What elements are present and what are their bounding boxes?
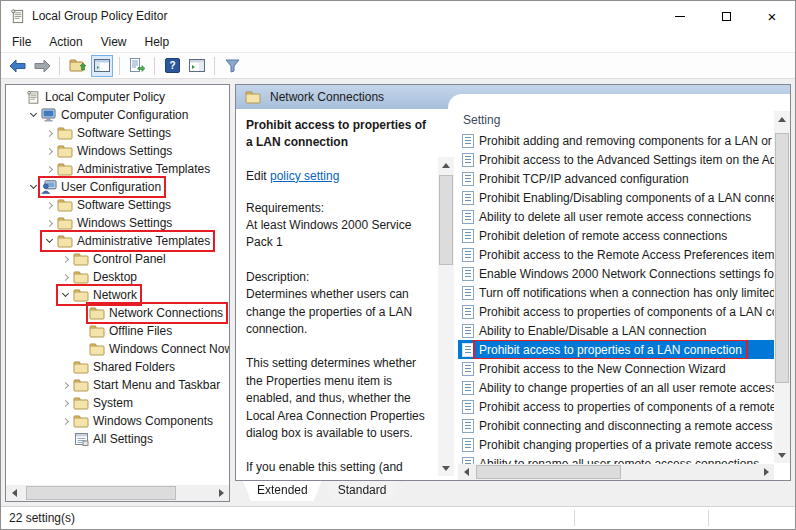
- scroll-down-button[interactable]: [774, 447, 790, 463]
- tree-item-administrative-templates[interactable]: Administrative Templates: [6, 232, 229, 250]
- tree-item-windows-settings[interactable]: Windows Settings: [6, 214, 229, 232]
- tab-extended[interactable]: Extended: [243, 481, 322, 501]
- export-list-button[interactable]: [126, 55, 148, 77]
- tree-item-windows-components[interactable]: Windows Components: [6, 412, 229, 430]
- show-console-tree-button[interactable]: [91, 55, 113, 77]
- tree-item-network[interactable]: Network: [6, 286, 229, 304]
- policy-document-icon: [462, 438, 474, 452]
- description-vertical-scrollbar[interactable]: [438, 157, 454, 476]
- scrollbar-thumb[interactable]: [775, 133, 789, 383]
- tree-item-software-settings[interactable]: Software Settings: [6, 124, 229, 142]
- scroll-up-icon: [442, 163, 450, 168]
- chevron-expanded-icon[interactable]: [26, 114, 40, 116]
- tree-item-start-menu-and-taskbar[interactable]: Start Menu and Taskbar: [6, 376, 229, 394]
- setting-item[interactable]: Ability to rename all user remote access…: [458, 454, 774, 464]
- chevron-expanded-icon[interactable]: [42, 240, 56, 242]
- setting-column-header[interactable]: Setting: [458, 109, 790, 131]
- scrollbar-thumb[interactable]: [26, 486, 176, 500]
- scroll-up-button[interactable]: [774, 111, 790, 127]
- help-button[interactable]: ?: [161, 55, 183, 77]
- forward-button[interactable]: [31, 55, 53, 77]
- scrollbar-track[interactable]: [474, 464, 758, 480]
- tree-item-computer-configuration[interactable]: Computer Configuration: [6, 106, 229, 124]
- scroll-left-button[interactable]: [6, 485, 22, 501]
- setting-item[interactable]: Ability to change properties of an all u…: [458, 378, 774, 397]
- tree-item-all-settings[interactable]: All Settings: [6, 430, 229, 448]
- tree-item-software-settings[interactable]: Software Settings: [6, 196, 229, 214]
- list-horizontal-scrollbar[interactable]: [458, 464, 774, 480]
- chevron-expanded-icon[interactable]: [26, 186, 40, 188]
- setting-item[interactable]: Ability to Enable/Disable a LAN connecti…: [458, 321, 774, 340]
- setting-item[interactable]: Prohibit access to the Advanced Settings…: [458, 150, 774, 169]
- setting-item[interactable]: Prohibit deletion of remote access conne…: [458, 226, 774, 245]
- tree-item-network-connections[interactable]: Network Connections: [6, 304, 229, 322]
- menu-view[interactable]: View: [92, 33, 136, 51]
- status-bar: 22 setting(s): [1, 506, 795, 529]
- scrollbar-thumb[interactable]: [476, 465, 621, 479]
- setting-item[interactable]: Prohibit changing properties of a privat…: [458, 435, 774, 454]
- minimize-button[interactable]: [657, 1, 703, 31]
- setting-item[interactable]: Prohibit TCP/IP advanced configuration: [458, 169, 774, 188]
- setting-item[interactable]: Enable Windows 2000 Network Connections …: [458, 264, 774, 283]
- setting-item-label: Prohibit changing properties of a privat…: [474, 438, 774, 452]
- setting-item[interactable]: Prohibit access to properties of compone…: [458, 397, 774, 416]
- maximize-button[interactable]: [703, 1, 749, 31]
- chevron-collapsed-icon[interactable]: [58, 401, 72, 406]
- tree-item-control-panel[interactable]: Control Panel: [6, 250, 229, 268]
- back-button[interactable]: [6, 55, 28, 77]
- scroll-left-button[interactable]: [458, 464, 474, 480]
- scroll-down-button[interactable]: [438, 460, 454, 476]
- tree-item-local-computer-policy[interactable]: Local Computer Policy: [6, 88, 229, 106]
- chevron-collapsed-icon[interactable]: [58, 383, 72, 388]
- tree-item-offline-files[interactable]: Offline Files: [6, 322, 229, 340]
- toolbar: ?: [1, 52, 795, 79]
- setting-item[interactable]: Prohibit Enabling/Disabling components o…: [458, 188, 774, 207]
- filter-button[interactable]: [221, 55, 243, 77]
- tree-item-windows-settings[interactable]: Windows Settings: [6, 142, 229, 160]
- scrollbar-thumb[interactable]: [439, 175, 453, 265]
- scrollbar-track[interactable]: [774, 127, 790, 447]
- tree-item-system[interactable]: System: [6, 394, 229, 412]
- tree-item-shared-folders[interactable]: Shared Folders: [6, 358, 229, 376]
- scrollbar-track[interactable]: [438, 173, 454, 460]
- menu-file[interactable]: File: [3, 33, 40, 51]
- chevron-collapsed-icon[interactable]: [42, 221, 56, 226]
- close-button[interactable]: ×: [749, 1, 795, 31]
- scroll-right-button[interactable]: [213, 485, 229, 501]
- scroll-right-button[interactable]: [758, 464, 774, 480]
- tree-item-desktop[interactable]: Desktop: [6, 268, 229, 286]
- menu-help[interactable]: Help: [136, 33, 179, 51]
- up-one-level-button[interactable]: [66, 55, 88, 77]
- setting-item[interactable]: Prohibit access to the Remote Access Pre…: [458, 245, 774, 264]
- tab-standard[interactable]: Standard: [324, 481, 401, 500]
- scrollbar-track[interactable]: [22, 485, 213, 501]
- chevron-collapsed-icon[interactable]: [58, 257, 72, 262]
- tree-item-user-configuration[interactable]: User Configuration: [6, 178, 229, 196]
- list-vertical-scrollbar[interactable]: [774, 111, 790, 463]
- setting-item[interactable]: Prohibit connecting and disconnecting a …: [458, 416, 774, 435]
- scroll-up-button[interactable]: [438, 157, 454, 173]
- title-bar: Local Group Policy Editor ×: [1, 1, 795, 31]
- tree-item-label: Shared Folders: [90, 360, 178, 374]
- setting-item[interactable]: Prohibit adding and removing components …: [458, 131, 774, 150]
- chevron-collapsed-icon[interactable]: [58, 275, 72, 280]
- show-action-pane-button[interactable]: [186, 55, 208, 77]
- tree-item-windows-connect-now[interactable]: Windows Connect Now: [6, 340, 229, 358]
- tree-item-label: Network Connections: [106, 306, 226, 320]
- tree-item-administrative-templates[interactable]: Administrative Templates: [6, 160, 229, 178]
- menu-action[interactable]: Action: [40, 33, 91, 51]
- chevron-collapsed-icon[interactable]: [42, 131, 56, 136]
- setting-item[interactable]: Ability to delete all user remote access…: [458, 207, 774, 226]
- setting-item[interactable]: Prohibit access to properties of a LAN c…: [458, 340, 774, 359]
- setting-item[interactable]: Prohibit access to the New Connection Wi…: [458, 359, 774, 378]
- chevron-collapsed-icon[interactable]: [42, 167, 56, 172]
- chevron-collapsed-icon[interactable]: [42, 203, 56, 208]
- setting-item[interactable]: Turn off notifications when a connection…: [458, 283, 774, 302]
- setting-item-label: Prohibit access to the Remote Access Pre…: [474, 248, 774, 262]
- chevron-collapsed-icon[interactable]: [42, 149, 56, 154]
- setting-item[interactable]: Prohibit access to properties of compone…: [458, 302, 774, 321]
- tree-horizontal-scrollbar[interactable]: [6, 485, 229, 501]
- policy-setting-link[interactable]: policy setting: [270, 169, 339, 183]
- chevron-expanded-icon[interactable]: [58, 294, 72, 296]
- chevron-collapsed-icon[interactable]: [58, 419, 72, 424]
